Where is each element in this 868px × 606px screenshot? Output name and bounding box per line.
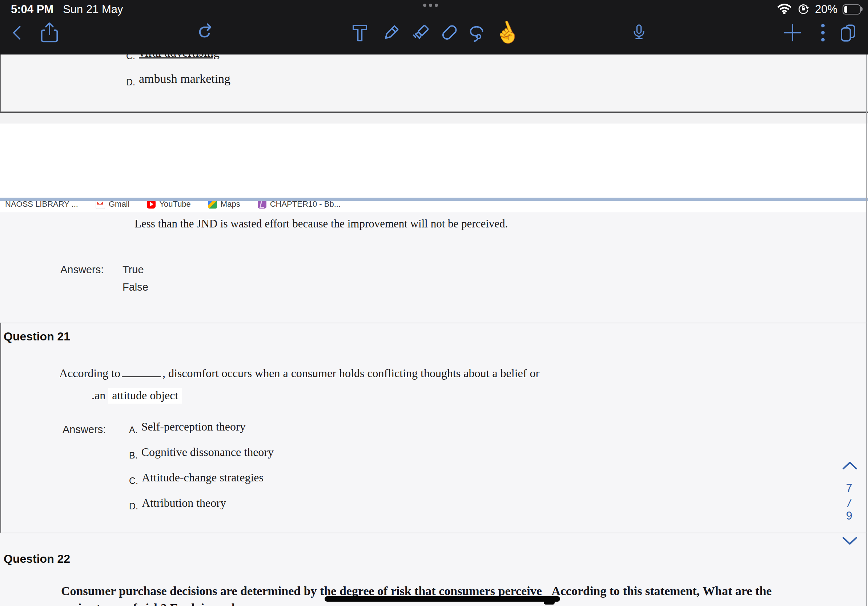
wifi-icon <box>777 3 792 16</box>
prev-option-d-text: ambush marketing <box>139 72 231 85</box>
marker-underline <box>325 596 560 601</box>
rotation-lock-icon <box>797 2 810 17</box>
bookmarks-strip: NAOSS LIBRARY ... Gmail YouTube Maps CHA… <box>0 201 868 212</box>
q21-option-a-text: Self-perception theory <box>141 420 246 433</box>
microphone-icon[interactable] <box>628 21 651 44</box>
bookmark-youtube: YouTube <box>147 201 191 209</box>
eraser-tool-icon[interactable] <box>438 21 461 44</box>
q21-option-b: B.Cognitive dissonance theory <box>129 445 274 459</box>
q21-option-d: D.Attribution theory <box>129 496 226 510</box>
finger-tool-icon[interactable]: ☝ <box>495 21 518 44</box>
tf-option-false: False <box>122 281 148 293</box>
bookmark-youtube-label: YouTube <box>159 201 191 209</box>
tf-answers-label: Answers: <box>60 264 104 276</box>
bookmark-chapter10-label: CHAPTER10 - Bb... <box>270 201 341 209</box>
undo-button[interactable] <box>194 21 218 44</box>
page-total: 9 <box>842 509 856 523</box>
add-page-button[interactable] <box>781 21 804 44</box>
question21-line1-post: , discomfort occurs when a consumer hold… <box>163 366 539 380</box>
gmail-favicon-icon <box>96 201 105 209</box>
pages-overview-button[interactable] <box>836 21 859 44</box>
bookmark-maps-label: Maps <box>221 201 240 209</box>
status-date: Sun 21 May <box>63 3 123 16</box>
prev-option-d-letter: D. <box>126 77 135 87</box>
page-right-edge <box>866 54 867 606</box>
maps-favicon-icon <box>208 201 217 209</box>
page-up-button[interactable] <box>842 461 858 472</box>
lasso-tool-icon[interactable] <box>466 21 489 44</box>
q21-option-c-text: Attitude-change strategies <box>142 471 264 484</box>
status-time: 5:04 PM <box>11 3 53 16</box>
share-button[interactable] <box>38 21 61 44</box>
q21-option-b-text: Cognitive dissonance theory <box>141 445 274 459</box>
back-button[interactable] <box>6 21 30 44</box>
question21-line2-prefix: .an <box>91 389 105 402</box>
q21-option-d-text: Attribution theory <box>142 496 226 509</box>
document-clipped-section: C.viral advertising D.ambush marketing <box>0 54 868 113</box>
more-options-button[interactable] <box>811 21 835 44</box>
bookmark-maps: Maps <box>208 201 240 209</box>
tf-statement: Less than the JND is wasted effort becau… <box>135 217 508 230</box>
q21-option-c-letter: C. <box>129 476 138 486</box>
youtube-favicon-icon <box>147 201 156 209</box>
question21-line2-highlight: attitude object <box>108 388 182 403</box>
prev-option-c-text: viral advertising <box>139 54 220 59</box>
text-tool-icon[interactable] <box>348 21 372 44</box>
multitask-grabber[interactable] <box>423 4 438 7</box>
tf-option-true: True <box>122 264 144 276</box>
blackboard-favicon-icon <box>258 201 267 209</box>
q21-option-d-letter: D. <box>129 501 138 511</box>
question21-line2: .an attitude object <box>91 389 182 402</box>
page-separator: / <box>842 497 856 510</box>
fill-in-blank <box>122 365 161 377</box>
page-boundary-bar <box>0 198 868 201</box>
question22-line1b: According to this statement, What are th… <box>552 584 772 598</box>
battery-icon <box>843 5 861 14</box>
question21-line1-pre: According to <box>59 366 120 380</box>
bookmark-chapter10: CHAPTER10 - Bb... <box>258 201 341 209</box>
bookmark-library-label: NAOSS LIBRARY ... <box>5 201 78 209</box>
battery-percent: 20% <box>815 3 837 16</box>
question21-title: Question 21 <box>4 330 70 343</box>
app-screen: 5:04 PM Sun 21 May <box>0 0 868 606</box>
page-gap-strip <box>0 113 868 124</box>
section-divider <box>0 533 866 533</box>
bookmark-gmail-label: Gmail <box>108 201 129 209</box>
status-clock: 5:04 PM Sun 21 May <box>11 3 123 16</box>
section-divider <box>0 323 866 323</box>
prev-option-c-letter: C. <box>126 54 135 61</box>
q21-option-b-letter: B. <box>129 450 138 460</box>
question22-line2: major types of risk? Explain each one <box>61 601 260 606</box>
highlighter-tool-icon[interactable] <box>409 21 432 44</box>
bookmark-library: NAOSS LIBRARY ... <box>5 201 78 209</box>
q21-option-a-letter: A. <box>129 425 138 435</box>
q21-option-c: C.Attitude-change strategies <box>129 471 264 484</box>
prev-option-d: D.ambush marketing <box>126 72 231 86</box>
page-white-gap <box>0 124 868 198</box>
question22-line1a: Consumer purchase decisions are determin… <box>61 584 542 598</box>
question22-title: Question 22 <box>4 552 70 566</box>
pen-tool-icon[interactable] <box>380 21 403 44</box>
bookmark-gmail: Gmail <box>96 201 129 209</box>
page-current: 7 <box>842 482 856 495</box>
question21-line1: According to, discomfort occurs when a c… <box>59 365 539 380</box>
top-bar: 5:04 PM Sun 21 May <box>0 0 868 54</box>
page-down-button[interactable] <box>842 536 858 547</box>
question21-left-border <box>0 323 1 533</box>
q21-option-a: A.Self-perception theory <box>129 420 246 433</box>
question21-answers-label: Answers: <box>62 424 106 436</box>
marker-underline-end <box>544 601 555 604</box>
prev-option-c: C.viral advertising <box>126 54 220 60</box>
